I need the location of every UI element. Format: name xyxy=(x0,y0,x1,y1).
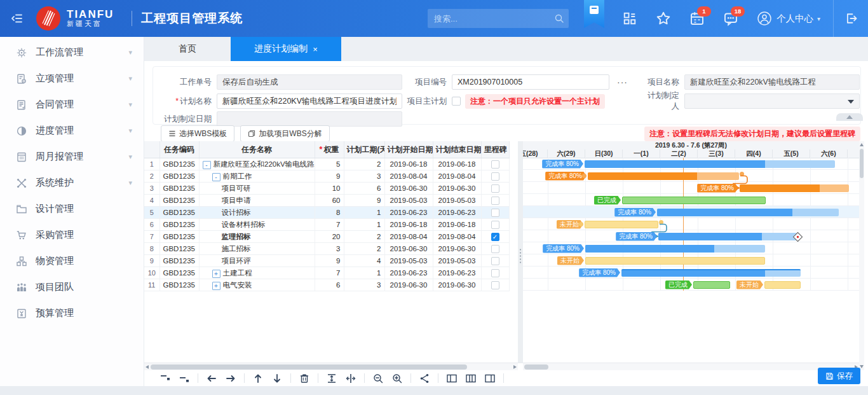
zoom-out-icon[interactable] xyxy=(372,373,384,384)
table-row[interactable]: 5GBD1235设计招标812019-06-232019-06-23 xyxy=(144,207,509,219)
sidebar-item-3[interactable]: 合同管理▾ xyxy=(0,92,144,118)
move-up-icon[interactable] xyxy=(252,373,264,384)
table-row[interactable]: 2GBD1235-前期工作932019-08-042019-08-04 xyxy=(144,170,509,183)
table-row[interactable]: 11GBD1235+电气安装632019-06-302019-06-30 xyxy=(144,279,509,291)
sidebar-item-5[interactable]: 周月报管理▾ xyxy=(0,144,144,170)
select-wbs-template-button[interactable]: 选择WBS模板 xyxy=(161,125,234,142)
column-header[interactable]: 计划开始日期 xyxy=(384,141,433,158)
pane-splitter[interactable] xyxy=(518,141,523,363)
calendar-icon[interactable]: 1 xyxy=(689,11,705,26)
sidebar-item-11[interactable]: 预算管理 xyxy=(0,300,144,326)
table-row[interactable]: 6GBD1235设备材料招标712019-06-182019-06-18 xyxy=(144,219,509,231)
table-row[interactable]: 1GBD1235-新建欣旺至众和220kV输电线路工程522019-06-182… xyxy=(144,158,509,170)
project-code-more-button[interactable]: ··· xyxy=(613,75,627,89)
sidebar-item-2[interactable]: 立项管理▾ xyxy=(0,66,144,92)
user-menu[interactable]: 个人中心 ▾ xyxy=(757,11,820,26)
sidebar-item-6[interactable]: 系统维护▾ xyxy=(0,170,144,196)
save-button[interactable]: 保存 xyxy=(818,368,860,384)
collapse-rows-icon[interactable] xyxy=(326,373,337,384)
sidebar-item-8[interactable]: 采购管理 xyxy=(0,222,144,248)
gantt-bar[interactable] xyxy=(740,184,849,192)
table-row[interactable]: 3GBD1235项目可研1062019-06-302019-06-30 xyxy=(144,183,509,195)
gantt-bar[interactable] xyxy=(658,233,797,240)
gantt-bar[interactable] xyxy=(657,209,839,216)
zoom-in-icon[interactable] xyxy=(391,373,403,384)
plan-maker-select[interactable] xyxy=(684,94,860,109)
table-row[interactable]: 4GBD1235项目申请6092019-05-032019-05-03 xyxy=(144,195,509,207)
tab-close-icon[interactable]: × xyxy=(313,45,318,54)
gantt-bar[interactable] xyxy=(585,245,765,253)
plan-name-field[interactable] xyxy=(217,94,402,109)
tree-expand-icon[interactable]: + xyxy=(212,270,220,278)
plan-date-field[interactable] xyxy=(217,111,402,127)
sidebar-collapse-icon[interactable] xyxy=(9,10,25,27)
column-header[interactable]: 任务编码 xyxy=(159,141,199,158)
milestone-checkbox[interactable] xyxy=(491,197,499,205)
column-header[interactable]: 任务名称 xyxy=(199,141,315,158)
tab-首页[interactable]: 首页 xyxy=(144,37,231,61)
favorites-star-icon[interactable] xyxy=(656,11,671,26)
sidebar-item-7[interactable]: 设计管理 xyxy=(0,196,144,222)
baseline-end-icon[interactable] xyxy=(179,373,190,384)
project-code-field[interactable] xyxy=(452,74,609,90)
move-down-icon[interactable] xyxy=(271,373,283,384)
tree-expand-icon[interactable]: + xyxy=(212,282,220,290)
sidebar-item-4[interactable]: 进度管理▾ xyxy=(0,118,144,144)
gantt-bar[interactable] xyxy=(588,172,739,180)
messages-icon[interactable]: 18 xyxy=(723,11,738,26)
search-icon[interactable] xyxy=(554,13,564,24)
form-collapse-handle[interactable] xyxy=(836,113,863,121)
milestone-checkbox[interactable] xyxy=(491,257,499,265)
scroll-right-icon[interactable] xyxy=(513,365,517,369)
layout-middle-icon[interactable] xyxy=(465,373,477,384)
bookmark-icon[interactable] xyxy=(584,0,604,28)
gantt-bar[interactable] xyxy=(621,269,801,277)
gantt-bar[interactable] xyxy=(764,281,801,289)
tree-collapse-icon[interactable]: - xyxy=(203,161,211,169)
layout-left-icon[interactable] xyxy=(446,373,458,384)
gantt-vscrollbar[interactable] xyxy=(859,141,864,370)
milestone-checkbox[interactable] xyxy=(491,221,499,229)
gantt-bar[interactable] xyxy=(622,197,766,204)
gantt-bar[interactable] xyxy=(585,221,658,228)
master-plan-checkbox[interactable] xyxy=(452,97,461,106)
work-order-field[interactable] xyxy=(217,74,402,90)
column-header[interactable]: *权重 xyxy=(315,141,344,158)
move-right-icon[interactable] xyxy=(225,373,236,384)
milestone-checkbox[interactable] xyxy=(491,269,499,277)
sidebar-item-1[interactable]: 工作流管理▾ xyxy=(0,39,144,66)
milestone-checkbox[interactable] xyxy=(491,245,499,253)
table-row[interactable]: 9GBD1235项目环评942019-05-032019-05-03 xyxy=(144,255,509,267)
gantt-bar[interactable] xyxy=(585,257,765,265)
logout-icon[interactable] xyxy=(834,11,868,25)
project-name-field[interactable] xyxy=(684,74,860,90)
gantt-bar[interactable] xyxy=(693,281,730,289)
expand-rows-icon[interactable] xyxy=(345,373,356,384)
baseline-start-icon[interactable] xyxy=(159,373,171,384)
tab-进度计划编制[interactable]: 进度计划编制× xyxy=(231,37,341,61)
column-header[interactable]: 计划结束日期 xyxy=(433,141,481,158)
scroll-up-icon[interactable] xyxy=(860,143,864,146)
milestone-checkbox[interactable] xyxy=(491,281,499,289)
milestone-checkbox[interactable] xyxy=(491,160,499,169)
layout-right-icon[interactable] xyxy=(484,373,496,384)
move-left-icon[interactable] xyxy=(206,373,217,384)
sidebar-item-9[interactable]: 物资管理 xyxy=(0,248,144,274)
sidebar-item-10[interactable]: 项目团队 xyxy=(0,274,144,300)
gantt-bar[interactable] xyxy=(585,160,835,168)
load-project-wbs-button[interactable]: 加载项目WBS分解 xyxy=(240,125,329,142)
table-row[interactable]: 10GBD1235+土建工程712019-06-232019-06-23 xyxy=(144,267,509,279)
column-header[interactable]: 里程碑 xyxy=(481,141,509,158)
apps-grid-icon[interactable] xyxy=(622,11,637,26)
links-icon[interactable] xyxy=(419,373,430,384)
table-row[interactable]: 7GBD1235监理招标2022019-08-042019-08-04✓ xyxy=(144,231,509,243)
delete-icon[interactable] xyxy=(299,373,310,384)
table-row[interactable]: 8GBD1235施工招标322019-06-302019-06-30 xyxy=(144,243,509,255)
milestone-checkbox[interactable] xyxy=(491,172,499,181)
column-header[interactable]: 计划工期(天) xyxy=(344,141,384,158)
milestone-checkbox[interactable] xyxy=(491,184,499,193)
search-input[interactable] xyxy=(428,14,569,24)
tree-collapse-icon[interactable]: - xyxy=(212,173,220,181)
milestone-checkbox[interactable]: ✓ xyxy=(491,233,499,241)
scroll-left-icon[interactable] xyxy=(146,365,149,369)
